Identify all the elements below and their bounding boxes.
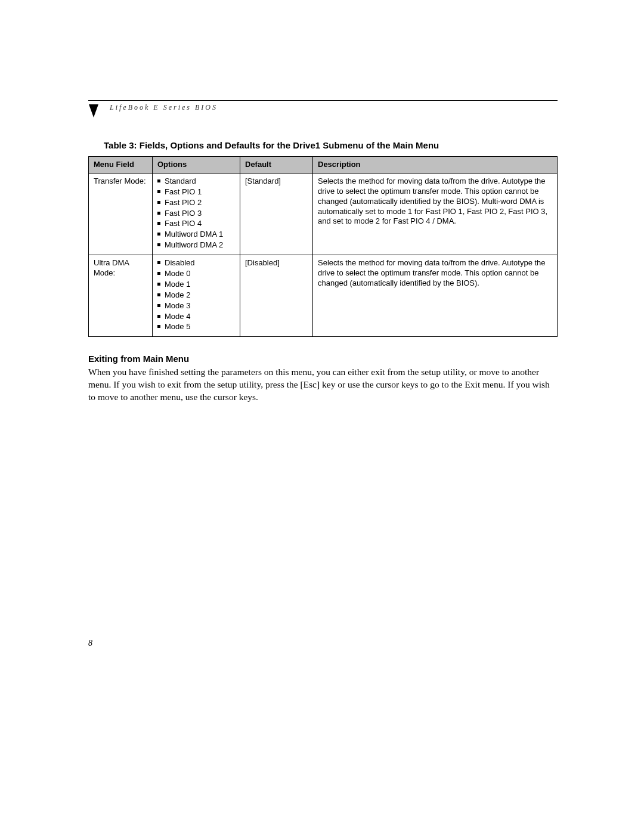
list-item: Multiword DMA 2 <box>157 240 235 250</box>
table-header-row: Menu Field Options Default Description <box>89 157 558 174</box>
header-rule <box>88 100 558 101</box>
list-item: Standard <box>157 176 235 187</box>
list-item: Mode 4 <box>157 312 235 322</box>
list-item: Fast PIO 3 <box>157 209 235 219</box>
col-header-menu-field: Menu Field <box>89 157 153 174</box>
cell-options: Disabled Mode 0 Mode 1 Mode 2 Mode 3 Mod… <box>153 255 240 337</box>
header-arrow-container <box>88 103 104 117</box>
table-row: Transfer Mode: Standard Fast PIO 1 Fast … <box>89 173 558 255</box>
running-head-text: LifeBook E Series BIOS <box>110 103 218 112</box>
document-page: LifeBook E Series BIOS Table 3: Fields, … <box>0 0 644 833</box>
col-header-default: Default <box>240 157 313 174</box>
cell-default: [Standard] <box>240 173 313 255</box>
list-item: Mode 2 <box>157 290 235 301</box>
cell-description: Selects the method for moving data to/fr… <box>313 255 558 337</box>
options-list: Disabled Mode 0 Mode 1 Mode 2 Mode 3 Mod… <box>157 258 235 332</box>
body-paragraph: When you have finished setting the param… <box>88 366 558 404</box>
cell-default: [Disabled] <box>240 255 313 337</box>
page-number: 8 <box>88 639 92 648</box>
bios-options-table: Menu Field Options Default Description T… <box>88 156 558 337</box>
list-item: Fast PIO 1 <box>157 187 235 197</box>
cell-menu-field: Transfer Mode: <box>89 173 153 255</box>
list-item: Mode 5 <box>157 322 235 332</box>
col-header-options: Options <box>153 157 240 174</box>
col-header-description: Description <box>313 157 558 174</box>
running-head-row: LifeBook E Series BIOS <box>88 103 558 117</box>
list-item: Mode 3 <box>157 301 235 311</box>
list-item: Mode 1 <box>157 280 235 290</box>
cell-menu-field: Ultra DMA Mode: <box>89 255 153 337</box>
table-row: Ultra DMA Mode: Disabled Mode 0 Mode 1 M… <box>89 255 558 337</box>
cell-options: Standard Fast PIO 1 Fast PIO 2 Fast PIO … <box>153 173 240 255</box>
section-heading: Exiting from Main Menu <box>88 354 558 364</box>
list-item: Fast PIO 2 <box>157 198 235 208</box>
arrow-down-icon <box>88 104 99 117</box>
list-item: Mode 0 <box>157 269 235 279</box>
list-item: Multiword DMA 1 <box>157 230 235 240</box>
options-list: Standard Fast PIO 1 Fast PIO 2 Fast PIO … <box>157 176 235 250</box>
svg-marker-0 <box>89 104 98 117</box>
cell-description: Selects the method for moving data to/fr… <box>313 173 558 255</box>
list-item: Disabled <box>157 258 235 268</box>
table-caption: Table 3: Fields, Options and Defaults fo… <box>104 140 558 150</box>
list-item: Fast PIO 4 <box>157 219 235 229</box>
